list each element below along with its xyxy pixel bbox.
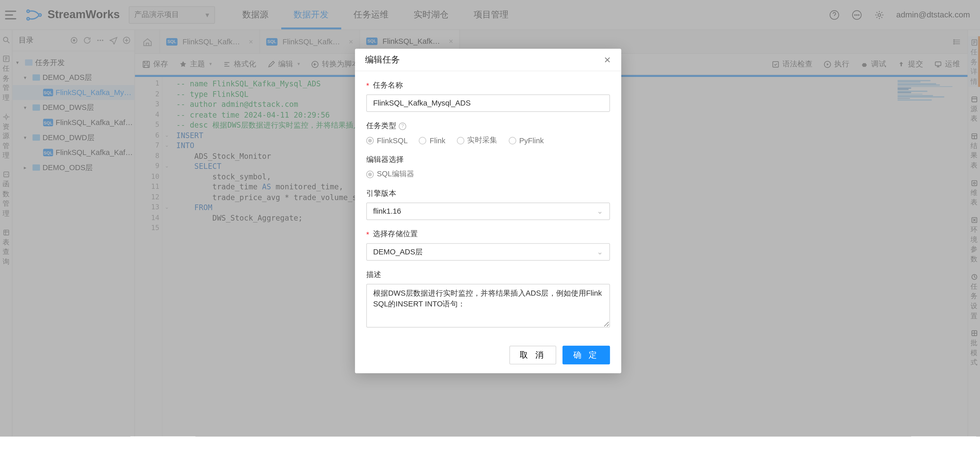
location-select[interactable]: DEMO_ADS层 ⌄ (366, 243, 610, 261)
close-icon[interactable]: ✕ (604, 55, 611, 65)
task-type-radio: 实时采集 (457, 135, 498, 145)
task-type-radio: FlinkSQL (366, 135, 408, 145)
edit-task-modal: 编辑任务 ✕ *任务名称 任务类型 ? FlinkSQLFlink实时采集PyF… (355, 49, 621, 373)
chevron-down-icon: ⌄ (597, 247, 603, 256)
cancel-button[interactable]: 取 消 (509, 346, 557, 364)
hint-icon[interactable]: ? (399, 122, 406, 130)
engine-select[interactable]: flink1.16 ⌄ (366, 203, 610, 220)
engine-label: 引擎版本 (366, 188, 396, 199)
task-name-label: 任务名称 (373, 80, 403, 91)
chevron-down-icon: ⌄ (597, 207, 603, 216)
task-type-radio: Flink (419, 135, 445, 145)
ok-button[interactable]: 确 定 (563, 346, 610, 364)
location-label: 选择存储位置 (373, 229, 418, 239)
editor-select-label: 编辑器选择 (366, 155, 404, 165)
modal-title: 编辑任务 (365, 54, 400, 65)
task-type-radio: PyFlink (508, 135, 544, 145)
editor-radio: SQL编辑器 (366, 169, 414, 179)
desc-textarea[interactable] (366, 284, 610, 328)
task-name-input[interactable] (366, 94, 610, 112)
task-type-label: 任务类型 (366, 121, 396, 131)
desc-label: 描述 (366, 269, 382, 280)
